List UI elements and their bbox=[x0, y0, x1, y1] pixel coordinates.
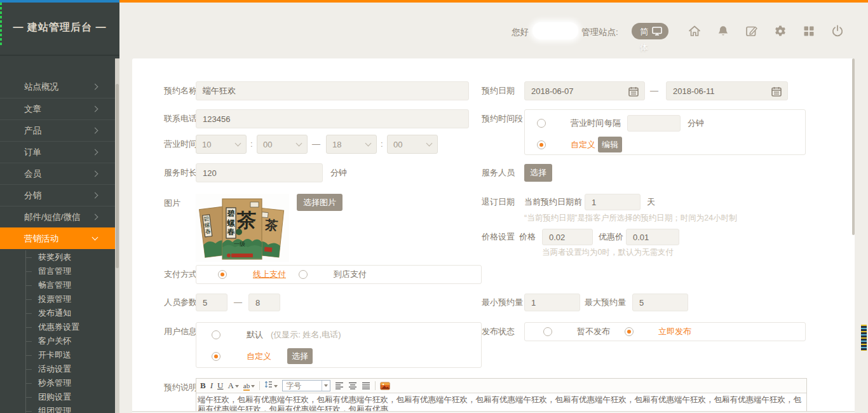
sidebar-item-site-overview[interactable]: 站点概况 bbox=[0, 76, 115, 98]
floating-widget[interactable] bbox=[860, 323, 868, 353]
greeting-text: 您好 bbox=[512, 24, 529, 41]
publish-later-radio[interactable] bbox=[543, 327, 552, 336]
sidebar-item-marketing[interactable]: 营销活动 bbox=[0, 227, 115, 249]
timeslot-business-radio[interactable] bbox=[537, 119, 546, 128]
sidebar-scrollbar[interactable] bbox=[115, 58, 119, 413]
cancel-days-input[interactable]: 1 bbox=[585, 194, 641, 210]
sidebar-subitem[interactable]: 投票管理 bbox=[0, 292, 115, 306]
align-left-icon[interactable] bbox=[335, 382, 344, 389]
sidebar-scrollbar-thumb[interactable] bbox=[116, 84, 119, 268]
calendar-icon[interactable] bbox=[771, 86, 782, 97]
booking-name-input[interactable]: 端午狂欢 bbox=[196, 81, 469, 100]
hour-to-select[interactable]: 18 bbox=[326, 135, 377, 154]
sidebar-subitem[interactable]: 组团管理 bbox=[0, 404, 115, 413]
field-label: 预约说明 bbox=[164, 378, 197, 397]
align-justify-icon[interactable] bbox=[362, 382, 370, 389]
chevron-down-icon bbox=[426, 140, 433, 147]
userinfo-custom-radio[interactable] bbox=[212, 352, 220, 361]
font-size-select[interactable]: 字号 bbox=[282, 380, 330, 391]
timeslot-custom-radio[interactable] bbox=[537, 140, 546, 149]
sale-price-input[interactable]: 0.01 bbox=[626, 229, 679, 245]
edit-icon[interactable] bbox=[745, 24, 759, 38]
timeslot-business-label: 营业时间 bbox=[571, 114, 604, 132]
pay-online-label[interactable]: 线上支付 bbox=[253, 265, 286, 284]
app-logo: — 建站管理后台 — bbox=[0, 0, 119, 56]
power-icon[interactable] bbox=[831, 24, 844, 38]
people-dash: — bbox=[234, 293, 242, 312]
chevron-right-icon bbox=[92, 193, 98, 199]
sidebar-subitem[interactable]: 畅言管理 bbox=[0, 278, 115, 292]
max-booking-input[interactable]: 5 bbox=[632, 294, 688, 311]
price-input[interactable]: 0.02 bbox=[542, 229, 593, 245]
sidebar-item-members[interactable]: 会员 bbox=[0, 163, 115, 184]
phone-input[interactable]: 123456 bbox=[196, 109, 469, 128]
pay-online-radio[interactable] bbox=[218, 270, 227, 279]
chevron-right-icon bbox=[92, 84, 98, 90]
minute-from-select[interactable]: 00 bbox=[257, 135, 308, 154]
edit-timeslot-button[interactable]: 编辑 bbox=[598, 137, 622, 152]
chevron-down-icon bbox=[92, 234, 98, 241]
choose-users-button[interactable]: 选择 bbox=[287, 348, 313, 364]
settings-icon[interactable] bbox=[773, 24, 787, 38]
scrollbar-thumb[interactable] bbox=[852, 58, 855, 235]
bold-button[interactable]: B bbox=[200, 379, 206, 392]
sidebar-item-orders[interactable]: 订单 bbox=[0, 141, 115, 163]
userinfo-default-radio[interactable] bbox=[212, 330, 220, 339]
language-badge[interactable]: 简体 bbox=[632, 23, 668, 39]
calendar-icon[interactable] bbox=[628, 86, 639, 97]
editor-content[interactable]: 端午狂欢，包厢有优惠端午狂欢，包厢有优惠端午狂欢，包厢有优惠端午狂欢，包厢有优惠… bbox=[196, 393, 806, 413]
insert-image-icon[interactable] bbox=[380, 382, 390, 390]
chevron-right-icon bbox=[92, 149, 98, 156]
caret-down-icon bbox=[251, 385, 255, 388]
home-icon[interactable] bbox=[688, 24, 702, 38]
bell-icon[interactable] bbox=[716, 24, 730, 38]
minute-to-select[interactable]: 00 bbox=[387, 135, 438, 154]
interval-input[interactable] bbox=[627, 115, 681, 132]
sidebar-subitem[interactable]: 活动设置 bbox=[0, 362, 115, 376]
line-height-button[interactable] bbox=[264, 379, 278, 392]
align-center-icon[interactable] bbox=[348, 382, 357, 389]
italic-button[interactable]: I bbox=[210, 379, 213, 392]
people-min-input[interactable]: 5 bbox=[196, 294, 227, 311]
pay-instore-radio[interactable] bbox=[299, 270, 308, 279]
choose-staff-button[interactable]: 选择 bbox=[524, 164, 552, 182]
sidebar-item-articles[interactable]: 文章 bbox=[0, 98, 115, 119]
caret-down-icon bbox=[324, 384, 328, 387]
date-from-input[interactable]: 2018-06-07 bbox=[524, 81, 645, 100]
highlight-button[interactable]: ab bbox=[243, 379, 255, 392]
sidebar-item-products[interactable]: 产品 bbox=[0, 119, 115, 141]
sidebar-subitem[interactable]: 开卡即送 bbox=[0, 348, 115, 362]
sale-price-label: 优惠价 bbox=[599, 228, 623, 246]
sidebar-subitem[interactable]: 优惠券设置 bbox=[0, 320, 115, 334]
people-max-input[interactable]: 8 bbox=[248, 294, 280, 311]
field-label: 预约日期 bbox=[482, 81, 515, 100]
sidebar-subitem[interactable]: 秒杀管理 bbox=[0, 376, 115, 390]
date-to-input[interactable]: 2018-06-11 bbox=[666, 81, 788, 100]
field-label: 价格设置 bbox=[482, 228, 515, 246]
duration-input[interactable]: 120 bbox=[196, 163, 323, 182]
colon: : bbox=[381, 135, 383, 154]
redacted-username bbox=[532, 22, 578, 39]
sidebar-item-mail-sms-wechat[interactable]: 邮件/短信/微信 bbox=[0, 206, 115, 227]
sidebar-subitem[interactable]: 获奖列表 bbox=[0, 250, 115, 264]
chevron-down-icon bbox=[235, 140, 241, 147]
manage-site-label: 管理站点: bbox=[581, 24, 618, 41]
monitor-icon bbox=[652, 27, 662, 36]
min-booking-input[interactable]: 1 bbox=[524, 294, 580, 311]
sidebar-subitem[interactable]: 客户关怀 bbox=[0, 334, 115, 348]
top-strip-orange bbox=[119, 0, 868, 3]
apps-grid-icon[interactable] bbox=[802, 24, 816, 38]
sidebar-item-distribution[interactable]: 分销 bbox=[0, 184, 115, 206]
font-color-button[interactable]: A bbox=[227, 379, 238, 392]
hour-from-select[interactable]: 10 bbox=[196, 135, 247, 154]
toolbar-separator bbox=[259, 381, 260, 390]
underline-button[interactable]: U bbox=[217, 379, 223, 392]
sidebar-subitem[interactable]: 留言管理 bbox=[0, 264, 115, 278]
publish-now-radio[interactable] bbox=[625, 327, 634, 336]
field-label: 营业时间 bbox=[164, 135, 197, 154]
sidebar-subitem[interactable]: 发布通知 bbox=[0, 306, 115, 320]
hours-dash: — bbox=[312, 135, 320, 154]
choose-image-button[interactable]: 选择图片 bbox=[297, 194, 342, 211]
font-size-dropdown-button[interactable] bbox=[322, 381, 330, 391]
sidebar-subitem[interactable]: 团购设置 bbox=[0, 390, 115, 404]
